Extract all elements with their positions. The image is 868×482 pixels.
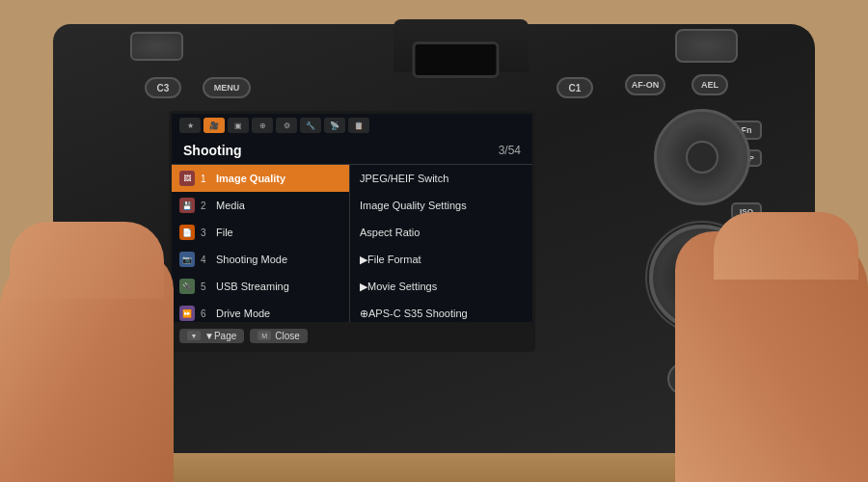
menu-item-media[interactable]: 💾 2 Media [172,192,349,219]
ael-button[interactable]: AEL [692,74,728,95]
menu-title: Shooting [183,143,242,158]
label-file: File [216,227,233,238]
icon-drive-mode: ⏩ [179,306,195,321]
item-num-5: 5 [201,281,210,292]
eyepiece [413,41,500,78]
c1-button[interactable]: C1 [556,77,593,98]
text-image-quality-settings: Image Quality Settings [360,200,467,211]
label-media: Media [216,200,245,211]
menu-icon: M [258,331,271,340]
tab-5[interactable]: 🔧 [300,118,321,133]
tab-6[interactable]: 📡 [324,118,345,133]
text-file-format: ▶File Format [360,254,421,266]
icon-shooting-mode: 📷 [179,252,195,267]
dpad-ring[interactable] [654,109,750,205]
right-hand [675,231,868,482]
top-dial-left[interactable] [130,32,183,61]
menu-button[interactable]: MENU [203,77,251,98]
page-label: ▼Page [204,331,236,341]
afon-button[interactable]: AF-ON [625,74,665,95]
menu-page: 3/54 [499,144,521,157]
menu-header: Shooting 3/54 [172,135,532,165]
tab-star[interactable]: ★ [179,118,201,133]
tab-3[interactable]: ⊕ [252,118,273,133]
screen-content: ★ 🎥 ▣ ⊕ ⚙ 🔧 📡 📋 Shooting 3/54 [172,114,532,349]
label-shooting-mode: Shooting Mode [216,254,287,265]
tab-2[interactable]: ▣ [228,118,249,133]
left-hand [0,251,174,482]
page-button[interactable]: ▼ ▼Page [179,329,244,343]
tab-4[interactable]: ⚙ [276,118,297,133]
icon-image-quality: 🖼 [179,171,195,186]
close-label: Close [275,331,300,341]
item-num-2: 2 [201,201,210,211]
item-num-4: 4 [201,254,210,265]
right-item-image-quality-settings[interactable]: Image Quality Settings [354,192,529,219]
menu-item-image-quality[interactable]: 🖼 1 Image Quality [172,165,349,192]
dpad-center[interactable] [686,141,719,174]
page-icon: ▼ [187,331,201,340]
icon-media: 💾 [179,198,195,213]
menu-left-column: 🖼 1 Image Quality 💾 2 Media 📄 3 [172,165,350,333]
close-button[interactable]: M Close [250,329,308,343]
label-drive-mode: Drive Mode [216,308,270,319]
menu-tabs: ★ 🎥 ▣ ⊕ ⚙ 🔧 📡 📋 [172,114,532,135]
right-item-aspect-ratio[interactable]: Aspect Ratio [354,219,529,246]
item-num-6: 6 [201,308,210,319]
icon-file: 📄 [179,225,195,240]
menu-right-column: JPEG/HEIF Switch Image Quality Settings … [350,165,532,333]
top-dial-right[interactable] [675,29,738,63]
text-jpeg-heif: JPEG/HEIF Switch [360,173,448,184]
tab-1[interactable]: 🎥 [203,118,225,133]
menu-item-file[interactable]: 📄 3 File [172,219,349,246]
lcd-screen: ★ 🎥 ▣ ⊕ ⚙ 🔧 📡 📋 Shooting 3/54 [169,111,535,352]
menu-item-shooting-mode[interactable]: 📷 4 Shooting Mode [172,246,349,273]
menu-body: 🖼 1 Image Quality 💾 2 Media 📄 3 [172,165,532,333]
menu-item-usb-streaming[interactable]: 🔌 5 USB Streaming [172,273,349,300]
menu-footer: ▼ ▼Page M Close [172,322,532,349]
c3-button[interactable]: C3 [145,77,181,98]
right-item-jpeg-heif[interactable]: JPEG/HEIF Switch [354,165,529,192]
text-apsc-shooting: ⊕APS-C S35 Shooting [360,308,468,320]
text-movie-settings: ▶Movie Settings [360,281,437,293]
item-num-1: 1 [201,174,210,184]
scene: C3 MENU C1 AF-ON AEL ★ 🎥 ▣ ⊕ ⚙ 🔧 📡 📋 [0,0,868,482]
label-image-quality: Image Quality [216,173,285,184]
tab-7[interactable]: 📋 [348,118,369,133]
right-item-file-format[interactable]: ▶File Format [354,246,529,273]
label-usb-streaming: USB Streaming [216,281,289,292]
right-item-movie-settings[interactable]: ▶Movie Settings [354,273,529,300]
icon-usb-streaming: 🔌 [179,279,195,294]
text-aspect-ratio: Aspect Ratio [360,227,420,238]
item-num-3: 3 [201,228,210,238]
